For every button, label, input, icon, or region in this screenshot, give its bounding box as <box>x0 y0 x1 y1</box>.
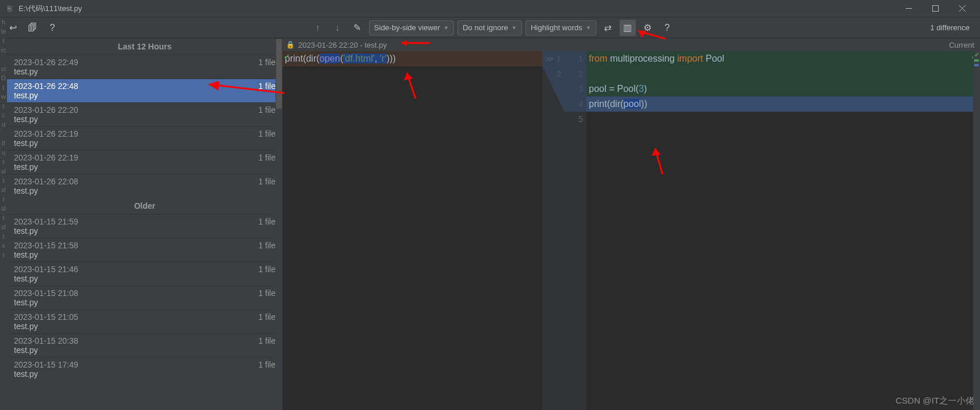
line-number: 2 <box>542 66 561 81</box>
history-item[interactable]: 2023-01-15 21:581 filetest.py <box>7 238 282 262</box>
history-file-count: 1 file <box>258 81 276 91</box>
diff-body: ✔ print(dir(open('df.html', 'r'))) ≫ 12 … <box>282 51 980 410</box>
code-line[interactable]: pool = Pool(3) <box>586 81 980 97</box>
history-item[interactable]: 2023-01-15 21:081 filetest.py <box>7 286 282 309</box>
history-time: 2023-01-15 21:05 <box>14 312 78 322</box>
history-filename: test.py <box>14 322 276 331</box>
stripe-mark[interactable] <box>974 64 979 66</box>
history-filename: test.py <box>14 369 276 379</box>
history-filename: test.py <box>14 226 276 236</box>
right-error-stripe[interactable]: ✔ <box>973 51 980 410</box>
history-item[interactable]: 2023-01-26 22:191 filetest.py <box>7 126 282 150</box>
line-number: 3 <box>564 81 583 97</box>
line-number: 4 <box>564 97 583 112</box>
sync-scroll-button[interactable]: ▥ <box>620 20 636 36</box>
history-file-count: 1 file <box>258 177 276 186</box>
scrollbar-thumb[interactable] <box>276 39 282 109</box>
svg-rect-1 <box>932 6 938 12</box>
history-filename: test.py <box>14 250 276 259</box>
history-section-header: Older <box>7 198 282 214</box>
history-filename: test.py <box>14 162 276 172</box>
right-code-pane[interactable]: ✔ ✔ from multiprocessing import Poolpool… <box>586 51 980 410</box>
help-diff-button[interactable]: ? <box>659 20 675 36</box>
viewer-mode-dropdown[interactable]: Side-by-side viewer ▼ <box>369 20 454 35</box>
check-icon: ✔ <box>284 52 290 61</box>
svg-rect-0 <box>906 8 912 9</box>
history-time: 2023-01-26 22:08 <box>14 177 78 186</box>
toolbar: ↩ 🗐 ? ↑ ↓ ✎ Side-by-side viewer ▼ Do not… <box>0 17 980 38</box>
history-item[interactable]: 2023-01-26 22:201 filetest.py <box>7 102 282 126</box>
history-filename: test.py <box>14 115 276 124</box>
history-filename: test.py <box>14 186 276 195</box>
diff-count-label: 1 difference <box>924 23 975 32</box>
settings-button[interactable]: ⚙ <box>639 20 656 36</box>
history-scrollbar[interactable] <box>276 38 282 410</box>
check-icon: ✔ <box>973 51 980 58</box>
line-number: 1 <box>564 51 583 66</box>
code-line[interactable]: print(dir(open('df.html', 'r'))) <box>282 51 542 66</box>
collapse-unchanged-button[interactable]: ⇄ <box>600 20 616 36</box>
gutter: ≫ 12 12345 <box>542 51 586 410</box>
history-file-count: 1 file <box>258 58 276 67</box>
diff-pane: 🔒 2023-01-26 22:20 - test.py Current ✔ p… <box>282 38 980 410</box>
main-area: Last 12 Hours2023-01-26 22:491 filetest.… <box>7 38 980 410</box>
history-filename: test.py <box>14 138 276 148</box>
ignore-mode-dropdown[interactable]: Do not ignore ▼ <box>457 20 522 35</box>
history-file-count: 1 file <box>258 105 276 115</box>
highlight-mode-label: Highlight words <box>531 23 582 32</box>
history-item[interactable]: 2023-01-15 20:381 filetest.py <box>7 333 282 357</box>
history-item[interactable]: 2023-01-26 22:081 filetest.py <box>7 174 282 198</box>
history-time: 2023-01-15 21:08 <box>14 288 78 298</box>
history-item[interactable]: 2023-01-15 21:461 filetest.py <box>7 262 282 286</box>
window-path: E:\代码\111\test.py <box>19 3 895 14</box>
maximize-button[interactable] <box>922 0 949 17</box>
history-time: 2023-01-26 22:19 <box>14 129 78 138</box>
back-button[interactable]: ↩ <box>5 20 21 36</box>
history-file-count: 1 file <box>258 312 276 322</box>
chevron-down-icon: ▼ <box>512 25 517 31</box>
stripe-mark[interactable] <box>974 59 979 62</box>
history-file-count: 1 file <box>258 336 276 345</box>
lock-icon: 🔒 <box>286 41 295 49</box>
history-item[interactable]: 2023-01-26 22:191 filetest.py <box>7 150 282 174</box>
history-file-count: 1 file <box>258 265 276 274</box>
help-button[interactable]: ? <box>44 20 60 36</box>
chevron-down-icon: ▼ <box>443 25 449 31</box>
code-line[interactable]: from multiprocessing import Pool <box>586 51 980 66</box>
code-line[interactable] <box>586 66 980 81</box>
history-filename: test.py <box>14 298 276 307</box>
history-item[interactable]: 2023-01-26 22:491 filetest.py <box>7 55 282 79</box>
code-line[interactable]: print(dir(pool)) <box>586 97 980 112</box>
history-item[interactable]: 2023-01-15 21:051 filetest.py <box>7 309 282 333</box>
history-file-count: 1 file <box>258 217 276 226</box>
history-filename: test.py <box>14 274 276 283</box>
highlight-mode-dropdown[interactable]: Highlight words ▼ <box>525 20 596 35</box>
left-code-pane[interactable]: ✔ print(dir(open('df.html', 'r'))) <box>282 51 542 410</box>
history-time: 2023-01-15 21:59 <box>14 217 78 226</box>
history-time: 2023-01-26 22:19 <box>14 153 78 162</box>
line-number: 2 <box>564 66 583 81</box>
history-time: 2023-01-26 22:20 <box>14 105 78 115</box>
history-time: 2023-01-26 22:49 <box>14 58 78 67</box>
left-margin-strip: hletrcciDtwtcdtlutsltsltsltsltxt <box>0 17 7 410</box>
minimize-button[interactable] <box>895 0 922 17</box>
diff-header: 🔒 2023-01-26 22:20 - test.py Current <box>282 38 980 51</box>
code-line[interactable] <box>586 112 980 127</box>
history-panel[interactable]: Last 12 Hours2023-01-26 22:491 filetest.… <box>7 38 282 410</box>
history-time: 2023-01-15 17:49 <box>14 360 78 369</box>
prev-diff-button[interactable]: ↑ <box>310 20 326 36</box>
close-button[interactable] <box>949 0 975 17</box>
next-diff-button[interactable]: ↓ <box>330 20 346 36</box>
history-item[interactable]: 2023-01-15 17:491 filetest.py <box>7 357 282 381</box>
history-time: 2023-01-15 20:38 <box>14 336 78 345</box>
history-filename: test.py <box>14 67 276 76</box>
history-item[interactable]: 2023-01-26 22:481 filetest.py <box>7 79 282 102</box>
titlebar: ⎘ E:\代码\111\test.py <box>0 0 980 17</box>
app-icon: ⎘ <box>5 4 14 13</box>
history-time: 2023-01-26 22:48 <box>14 81 78 91</box>
history-item[interactable]: 2023-01-15 21:591 filetest.py <box>7 214 282 238</box>
ignore-mode-label: Do not ignore <box>463 23 508 32</box>
revert-button[interactable]: 🗐 <box>24 20 41 36</box>
edit-icon[interactable]: ✎ <box>349 20 366 36</box>
left-file-label: 2023-01-26 22:20 - test.py <box>298 41 387 49</box>
